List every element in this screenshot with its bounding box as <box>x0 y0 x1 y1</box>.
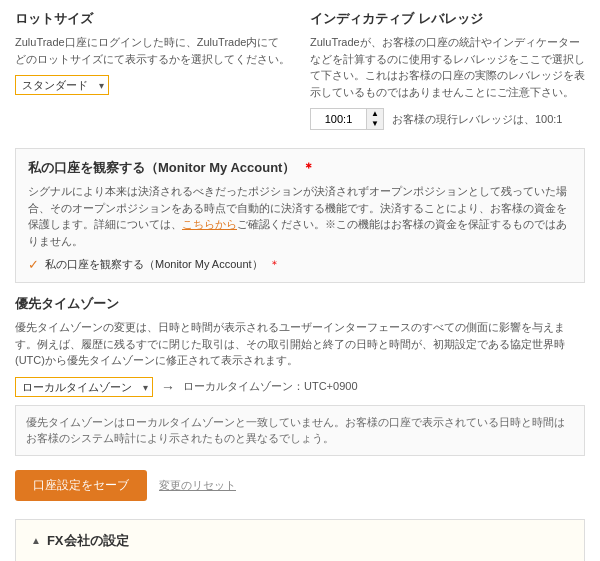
save-row: 口座設定をセーブ 変更のリセット <box>15 470 585 501</box>
leverage-input-wrapper[interactable]: ▲ ▼ <box>310 108 384 130</box>
lot-size-select[interactable]: スタンダード ミニ マイクロ <box>15 75 109 95</box>
monitor-description: シグナルにより本来は決済されるべきだったポジションが決済されずオープンポジション… <box>28 183 572 249</box>
timezone-select[interactable]: ローカルタイムゾーン UTC UTC+9 <box>15 377 153 397</box>
fx-section: FX会社の設定 FX会社の口座番号 接続しているＦＸ会社におけるZuluTrad… <box>15 519 585 562</box>
timezone-description: 優先タイムゾーンの変更は、日時と時間が表示されるユーザーインターフェースのすべて… <box>15 319 585 369</box>
reset-button[interactable]: 変更のリセット <box>159 478 236 493</box>
monitor-title: 私の口座を観察する（Monitor My Account） ＊ <box>28 159 572 177</box>
timezone-select-wrapper[interactable]: ローカルタイムゾーン UTC UTC+9 <box>15 377 153 397</box>
lot-size-section: ロットサイズ ZuluTrade口座にログインした時に、ZuluTrade内にて… <box>15 10 290 130</box>
save-button[interactable]: 口座設定をセーブ <box>15 470 147 501</box>
leverage-section: インディカティブ レバレッジ ZuluTradeが、お客様の口座の統計やインディ… <box>310 10 585 130</box>
lot-size-select-wrapper[interactable]: スタンダード ミニ マイクロ <box>15 75 109 95</box>
timezone-title: 優先タイムゾーン <box>15 295 585 313</box>
check-icon: ✓ <box>28 257 39 272</box>
leverage-input-row: ▲ ▼ お客様の現行レバレッジは、100:1 <box>310 108 585 130</box>
timezone-note: 優先タイムゾーンはローカルタイムゾーンと一致していません。お客様の口座で表示され… <box>15 405 585 456</box>
monitor-checkbox-required: ＊ <box>269 257 280 272</box>
monitor-checkbox-label: 私の口座を観察する（Monitor My Account） <box>45 257 263 272</box>
timezone-arrow: → <box>161 379 175 395</box>
leverage-up-button[interactable]: ▲ <box>367 109 383 119</box>
leverage-input[interactable] <box>311 110 366 128</box>
monitor-required: ＊ <box>298 160 315 175</box>
leverage-spinner[interactable]: ▲ ▼ <box>366 109 383 129</box>
monitor-section: 私の口座を観察する（Monitor My Account） ＊ シグナルにより本… <box>15 148 585 283</box>
leverage-description: ZuluTradeが、お客様の口座の統計やインディケーターなどを計算するのに使用… <box>310 34 585 100</box>
leverage-title: インディカティブ レバレッジ <box>310 10 585 28</box>
timezone-row: ローカルタイムゾーン UTC UTC+9 → ローカルタイムゾーン：UTC+09… <box>15 377 585 397</box>
timezone-section: 優先タイムゾーン 優先タイムゾーンの変更は、日時と時間が表示されるユーザーインタ… <box>15 295 585 456</box>
leverage-note: お客様の現行レバレッジは、100:1 <box>392 112 563 127</box>
monitor-link[interactable]: こちらから <box>182 218 237 230</box>
timezone-display-value: ローカルタイムゾーン：UTC+0900 <box>183 379 358 394</box>
leverage-down-button[interactable]: ▼ <box>367 119 383 129</box>
lot-size-description: ZuluTrade口座にログインした時に、ZuluTrade内にてどのロットサイ… <box>15 34 290 67</box>
fx-section-title: FX会社の設定 <box>31 532 569 550</box>
monitor-checkbox-row: ✓ 私の口座を観察する（Monitor My Account） ＊ <box>28 257 572 272</box>
lot-size-title: ロットサイズ <box>15 10 290 28</box>
